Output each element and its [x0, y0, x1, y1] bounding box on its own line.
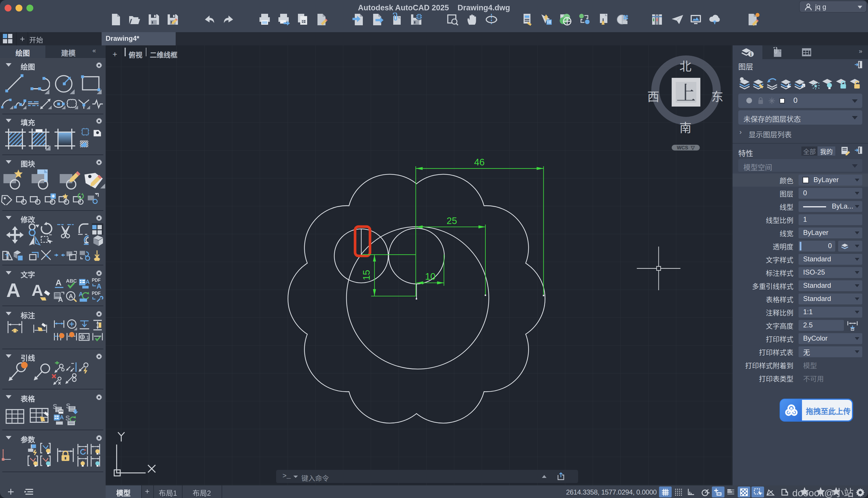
- svg-text:46: 46: [474, 157, 485, 168]
- svg-text:A: A: [96, 282, 101, 290]
- svg-text:25: 25: [447, 215, 457, 226]
- svg-text:A: A: [55, 278, 62, 287]
- svg-text:PDF: PDF: [92, 278, 101, 283]
- svg-text:A: A: [69, 293, 73, 300]
- svg-text:15: 15: [361, 270, 372, 280]
- svg-text:10: 10: [425, 271, 436, 282]
- svg-text:PDF: PDF: [92, 291, 101, 296]
- svg-text:A: A: [85, 278, 90, 285]
- svg-text:ABC: ABC: [66, 278, 77, 284]
- svg-text:A: A: [60, 415, 64, 421]
- svg-text:S: S: [66, 414, 70, 422]
- svg-text:.1: .1: [85, 335, 89, 340]
- svg-text:i: i: [750, 51, 751, 57]
- svg-text:上: 上: [676, 77, 695, 105]
- svg-text:A: A: [58, 296, 63, 303]
